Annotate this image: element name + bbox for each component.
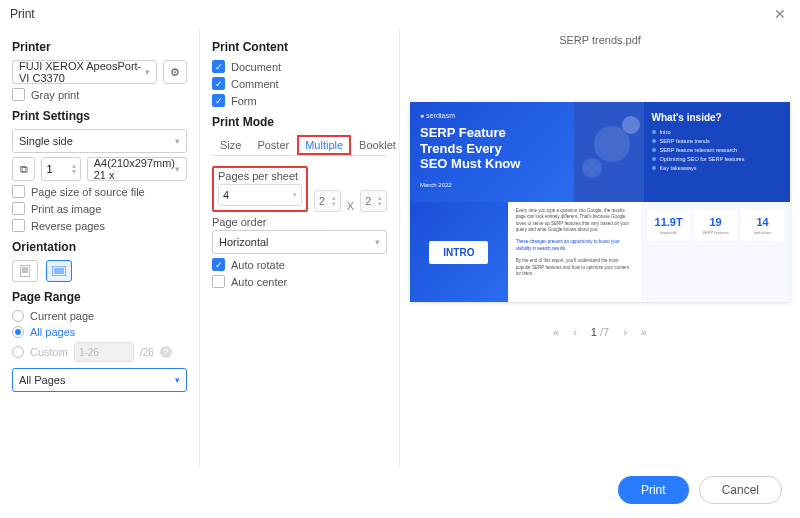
tab-multiple[interactable]: Multiple (297, 135, 351, 155)
auto-center-checkbox[interactable]: Auto center (212, 275, 387, 288)
source-size-checkbox[interactable]: Page size of source file (12, 185, 187, 198)
reverse-pages-checkbox[interactable]: Reverse pages (12, 219, 187, 232)
pages-per-sheet-select[interactable]: 4 ▾ (218, 184, 302, 206)
stepper-arrows-icon: ▴▾ (378, 195, 382, 207)
comment-checkbox[interactable]: ✓ Comment (212, 77, 387, 90)
auto-rotate-checkbox[interactable]: ✓ Auto rotate (212, 258, 387, 271)
page-order-select[interactable]: Horizontal ▾ (212, 230, 387, 254)
comment-label: Comment (231, 78, 279, 90)
preview-brand: ● serdtasm (420, 112, 564, 119)
grid-rows-input[interactable]: 2 ▴▾ (360, 190, 387, 212)
page-order-label: Page order (212, 216, 387, 228)
custom-radio[interactable]: Custom 1-26 /26 ? (12, 342, 187, 362)
print-mode-label: Print Mode (212, 115, 387, 129)
auto-rotate-label: Auto rotate (231, 259, 285, 271)
page-order-value: Horizontal (219, 236, 269, 248)
tab-poster[interactable]: Poster (249, 135, 297, 155)
print-dialog: Print ✕ Printer FUJI XEROX ApeosPort-VI … (0, 0, 800, 518)
gray-print-checkbox[interactable]: Gray print (12, 88, 187, 101)
radio-icon (12, 346, 24, 358)
toc-item: Intro (660, 129, 671, 135)
auto-center-label: Auto center (231, 276, 287, 288)
reverse-pages-label: Reverse pages (31, 220, 105, 232)
source-size-label: Page size of source file (31, 186, 145, 198)
grid-rows-value: 2 (365, 195, 371, 207)
custom-range-input[interactable]: 1-26 (74, 342, 134, 362)
document-checkbox[interactable]: ✓ Document (212, 60, 387, 73)
pager-last-button[interactable]: » (641, 326, 647, 338)
copies-input[interactable]: 1 ▴▾ (41, 157, 80, 181)
gray-print-label: Gray print (31, 89, 79, 101)
radio-icon (12, 326, 24, 338)
svg-rect-0 (20, 265, 30, 277)
gear-icon: ⚙ (170, 66, 180, 79)
orientation-portrait-button[interactable] (12, 260, 38, 282)
landscape-icon (52, 266, 66, 276)
cancel-button[interactable]: Cancel (699, 476, 782, 504)
checkbox-icon (12, 219, 25, 232)
side-value: Single side (19, 135, 73, 147)
copies-icon-button[interactable]: ⧉ (12, 157, 35, 181)
checkbox-icon (212, 275, 225, 288)
dialog-title: Print (10, 7, 35, 21)
pager-first-button[interactable]: « (553, 326, 559, 338)
pager-prev-button[interactable]: ‹ (573, 326, 577, 338)
checkbox-icon: ✓ (212, 60, 225, 73)
paper-value: A4(210x297mm) 21 x (94, 157, 175, 181)
chevron-down-icon: ▾ (175, 164, 180, 174)
print-content-label: Print Content (212, 40, 387, 54)
copies-value: 1 (46, 163, 52, 175)
preview-heading-3: SEO Must Know (420, 156, 564, 172)
side-select[interactable]: Single side ▾ (12, 129, 187, 153)
grid-cols-input[interactable]: 2 ▴▾ (314, 190, 341, 212)
preview-filename: SERP trends.pdf (559, 34, 641, 46)
preview-slide-3: INTRO (410, 202, 508, 302)
close-icon[interactable]: ✕ (770, 6, 790, 22)
stat-card: 11.9Tkeywords (647, 210, 690, 241)
all-pages-label: All pages (30, 326, 75, 338)
current-page-radio[interactable]: Current page (12, 310, 187, 322)
checkbox-icon (12, 202, 25, 215)
printer-settings-button[interactable]: ⚙ (163, 60, 187, 84)
stat-label: keywords (649, 230, 688, 235)
pager-next-button[interactable]: › (623, 326, 627, 338)
stat-value: 11.9T (649, 216, 688, 228)
printer-label: Printer (12, 40, 187, 54)
print-button[interactable]: Print (618, 476, 689, 504)
stat-value: 14 (743, 216, 782, 228)
page-range-label: Page Range (12, 290, 187, 304)
orientation-landscape-button[interactable] (46, 260, 72, 282)
preview-slide-2: What's inside? Intro SERP feature trends… (644, 102, 790, 202)
page-filter-select[interactable]: All Pages ▾ (12, 368, 187, 392)
stat-value: 19 (696, 216, 735, 228)
stat-card: 19SERP features (694, 210, 737, 241)
stat-label: SERP features (696, 230, 735, 235)
intro-badge: INTRO (429, 241, 488, 264)
all-pages-radio[interactable]: All pages (12, 326, 187, 338)
paper-select[interactable]: A4(210x297mm) 21 x ▾ (87, 157, 187, 181)
preview-heading-2: Trends Every (420, 141, 564, 157)
preview-slide-4-stats: 11.9Tkeywords 19SERP features 14industri… (641, 202, 790, 302)
print-settings-label: Print Settings (12, 109, 187, 123)
tab-booklet[interactable]: Booklet (351, 135, 404, 155)
printer-select[interactable]: FUJI XEROX ApeosPort-VI C3370 ▾ (12, 60, 157, 84)
info-icon[interactable]: ? (160, 346, 172, 358)
preview-graphic (574, 102, 644, 202)
tab-size[interactable]: Size (212, 135, 249, 155)
page-filter-value: All Pages (19, 374, 65, 386)
stepper-arrows-icon: ▴▾ (72, 163, 76, 175)
grid-x-label: X (347, 200, 354, 212)
preview-pager: « ‹ 1 /7 › » (553, 326, 647, 338)
preview-date: March 2022 (420, 182, 564, 188)
radio-icon (12, 310, 24, 322)
stepper-arrows-icon: ▴▾ (332, 195, 336, 207)
print-as-image-checkbox[interactable]: Print as image (12, 202, 187, 215)
form-checkbox[interactable]: ✓ Form (212, 94, 387, 107)
chevron-down-icon: ▾ (293, 192, 297, 198)
pager-page[interactable]: 1 (591, 326, 597, 338)
pager-total: /7 (600, 326, 609, 338)
custom-total: /26 (140, 347, 154, 358)
document-label: Document (231, 61, 281, 73)
titlebar: Print ✕ (0, 0, 800, 28)
custom-label: Custom (30, 346, 68, 358)
